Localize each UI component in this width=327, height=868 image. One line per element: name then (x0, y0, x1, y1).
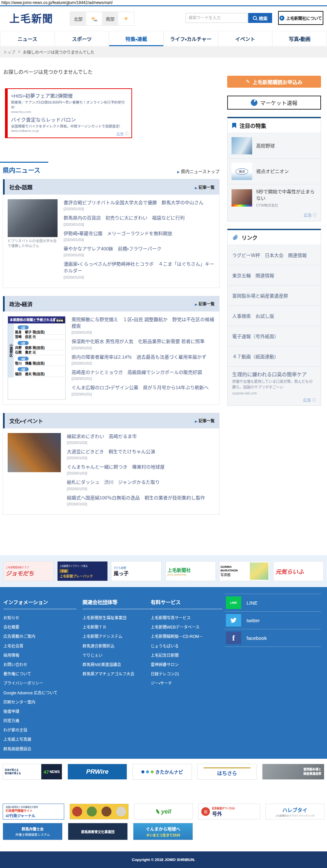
sidebar-link-rugby[interactable]: ラグビーＷ杯 日本大会 関連情報 (227, 245, 321, 265)
breadcrumb-home[interactable]: トップ (3, 49, 15, 55)
banner-hachisara[interactable]: はちさら (197, 764, 257, 780)
nav-item-sports[interactable]: スポーツ (55, 31, 109, 46)
footer-link[interactable]: 上毛社会賞 (3, 642, 77, 651)
sidebar-link-denshi[interactable]: 電子速報（号外紙面） (227, 326, 321, 346)
market-report-button[interactable]: マーケット速報 (227, 96, 321, 110)
banner-gunma-marathon[interactable]: GUNMA MARATHON写真館 (219, 561, 270, 581)
article-link[interactable]: ぐんまちゃんと一緒に餅つき 榛東村の地球屋[2020/01/03] (67, 464, 215, 475)
banner-kitakan-navi[interactable]: きたかんナビ (132, 764, 192, 780)
footer-link[interactable]: ジー・サーチ (151, 679, 222, 688)
subscribe-button[interactable]: ✎上毛新聞購読お申込み (227, 76, 321, 88)
nav-item-photos-videos[interactable]: 写真・動画 (272, 31, 327, 46)
article-link[interactable]: 華やかなアザレア400鉢 前橋・フラワーパーク[2020/01/03] (63, 245, 215, 257)
footer-link[interactable]: お問い合わせ (3, 660, 77, 670)
banner-kazakko[interactable]: 子ども新聞 風っ子 (111, 561, 162, 581)
sidebar-text-ad[interactable]: 生理的に嫌われる口臭の簡単ケア 俳優や女優も愛用している口臭対策。飲んだもの勝ち… (227, 367, 321, 405)
banner-playback[interactable]: 上毛新聞ライブラリーで見る 平成 上毛新聞プレーバック (57, 561, 108, 581)
footer-link[interactable]: 印刷センター案内 (3, 698, 77, 707)
footer-link[interactable]: 雷神囲碁サロン (151, 660, 222, 670)
footer-link[interactable]: 上毛記念日新聞 (151, 651, 222, 660)
kennai-top-link[interactable]: ▶県内ニューストップ (177, 168, 220, 174)
banner-gunma-eco-2019[interactable]: ぐんまから地球へ ＃いまエコ生きて2019 (133, 823, 193, 840)
sidebar-link-tomioka[interactable]: 富岡製糸場と絹産業遺産群 (227, 285, 321, 306)
footer-link[interactable]: 採用情報 (3, 651, 77, 660)
sidebar-link-olympics[interactable]: 東京五輪 関連情報 (227, 265, 321, 285)
featured-item-koukou-yakyuu[interactable]: 高校野球 (227, 133, 321, 159)
ad-info-icon[interactable]: ⓘ (312, 397, 316, 403)
footer-link[interactable]: 上毛紙上写真展 (3, 735, 77, 744)
ad-info-icon[interactable]: ⓘ (313, 212, 317, 218)
article-list-link[interactable]: ▶記事一覧 (195, 184, 215, 190)
footer-link[interactable]: 群馬県アマチュアゴルフ大会 (82, 670, 152, 679)
text-ad[interactable]: バイク査定ならレッドバロン 全国規模でバイクをダイレクト買取。中間マージンカット… (11, 116, 128, 132)
banner-jomodachi[interactable]: 上毛新聞愛読者クラブ ジョモだち (3, 561, 54, 581)
search-button[interactable]: 検索 (248, 13, 272, 23)
footer-link[interactable]: 上毛新聞写真サービス (151, 613, 222, 623)
banner-prwire[interactable]: PRWire (67, 764, 127, 780)
article-list-link[interactable]: ▶記事一覧 (195, 301, 215, 307)
article-link[interactable]: 保湿剤や化粧水 男性用が人気 化粧品業界に新需要 若者に照準[2020/01/0… (72, 338, 215, 350)
nav-item-events[interactable]: イベント (218, 31, 273, 46)
banner-tomioka-silk[interactable]: 富岡製糸場と 絹産業遺産群 (262, 764, 324, 780)
footer-link[interactable]: 上毛新聞WEBデータベース (151, 623, 222, 632)
banner-gunma-culture-foundation[interactable]: 群馬県教育文化事業団 (68, 823, 128, 840)
article-link[interactable]: 書評合戦ビブリオバトル全国大学大会で優勝 群馬大学の中山さん[2020/01/0… (63, 199, 215, 211)
nav-item-news[interactable]: ニュース (0, 31, 55, 46)
footer-link[interactable]: 著作権について (3, 670, 77, 679)
banner-47-gyosei-journal[interactable]: 全国の新聞社と共同通信社が提供 行政専門情報サイト 47行政ジャーナル (3, 804, 64, 819)
election-graphic[interactable]: 本県関係の現職と予想される顔ぶれ 敬称略 小選挙区 1区 尾身 朝子 現(自民)… (8, 316, 65, 400)
facebook-button[interactable]: f facebook (224, 629, 321, 647)
featured-item-shiten-opinion[interactable]: 視点 視点オピニオン (227, 159, 321, 184)
article-list-link[interactable]: ▶記事一覧 (195, 418, 215, 423)
footer-link[interactable]: 広告掲載のご案内 (3, 632, 77, 641)
nav-item-life-culture[interactable]: ライフ・カルチャー (164, 31, 218, 46)
banner-47news[interactable]: 日本が見える 地方紙が見える 47NEWS (3, 764, 62, 780)
footer-link[interactable]: 上毛新聞厚生福祉事業団 (82, 613, 152, 623)
footer-link[interactable]: Google Adsence 広告について (3, 688, 77, 698)
search-input[interactable] (186, 13, 247, 23)
text-ad[interactable]: <HIS>初夢フェア第2弾開催 関東発／ケアンズ5日間59,800円～早い者勝ち… (11, 92, 128, 114)
footer-link[interactable]: 日経テレコン21 (151, 670, 222, 679)
footer-link[interactable]: お知らせ (3, 613, 77, 623)
footer-link[interactable]: でりじぇい (82, 651, 152, 660)
footer-link[interactable]: じょうもばいる (151, 642, 222, 651)
banner-genki-life[interactable]: 元気らいふ (273, 561, 324, 581)
article-link[interactable]: 県内の障害者雇用率は2.14％ 過去最高も法基づく雇用率届かず[2020/01/… (72, 354, 215, 365)
featured-ad-item[interactable]: 5秒で開始で中毒性が止まらない CTW株式会社 (227, 184, 321, 212)
footer-link[interactable]: 群馬政経懇話会 (3, 744, 77, 754)
footer-link[interactable]: 上毛新聞アドシステム (82, 632, 152, 641)
about-company-button[interactable]: ▶上毛新聞社について (278, 11, 323, 25)
article-link[interactable]: 伊勢崎・華蔵寺公園 メリーゴーラウンドを無料開放[2020/01/03] (63, 230, 215, 242)
sidebar-link-jinji[interactable]: 人事検索 お試し版 (227, 306, 321, 326)
footer-link[interactable]: 群馬県NIE推進協議会 (82, 660, 152, 670)
article-link[interactable]: 大道芸にどきどき 桐生でたけちゃん公演[2020/01/03] (67, 448, 215, 460)
ad-title[interactable]: バイク査定ならレッドバロン (11, 116, 128, 123)
banner-yell[interactable]: yell (134, 804, 193, 819)
footer-link[interactable]: プライバシーポリシー (3, 679, 77, 688)
article-link[interactable]: 高崎産のナシとミョウガ 高級路線でシンガポールの販売好調[2020/01/01] (72, 369, 215, 380)
article-link[interactable]: 漫画家・くらっぺさんが伊勢崎神社とコラボ ４こま「はぐちさん」キーホルダー[20… (63, 261, 215, 279)
article-link[interactable]: 縁起求めにぎわい 高崎だるま市[2020/01/03] (67, 433, 215, 445)
footer-link[interactable]: 後援申請 (3, 707, 77, 716)
article-link[interactable]: 群馬県内の百貨店 初売りに大にぎわい 福袋などに行列[2020/01/03] (63, 215, 215, 226)
banner-gogai-print[interactable]: 祝 記念紙面がつくれる! 号外 (198, 804, 260, 819)
footer-link[interactable]: 会社概要 (3, 623, 77, 632)
sidebar-link-47douga[interactable]: ４７動画（紙面連動） (227, 346, 321, 367)
article-photo[interactable] (8, 433, 61, 472)
twitter-button[interactable]: twitter (224, 612, 321, 629)
site-logo[interactable]: 上毛新聞 (9, 10, 53, 25)
footer-link[interactable]: 群馬連合新聞折込 (82, 642, 152, 651)
banner-food-photos[interactable] (70, 804, 129, 819)
footer-link[interactable]: 上毛新聞縮刷版－CD-ROM－ (151, 632, 222, 641)
nav-item-features[interactable]: 特集・連載 (109, 31, 164, 46)
line-button[interactable]: LINE LINE (224, 594, 321, 612)
footer-link[interactable]: わが家の主役 (3, 725, 77, 735)
ad-info-icon[interactable]: ⓘ (125, 131, 129, 136)
banner-gunma-bar-association[interactable]: 群馬弁護士会 弁護士情報検索システム (3, 823, 62, 840)
banner-jomo-publishing[interactable]: 上毛新聞社 jomo publishing (165, 561, 216, 581)
footer-link[interactable]: 同窓万歳 (3, 716, 77, 725)
banner-harebutai[interactable]: ハレブタイ 上毛新聞社のクラウドファンディング (266, 804, 324, 819)
footer-link[interactable]: 上毛新聞ＴＲ (82, 623, 152, 632)
article-link[interactable]: ぐんま広報のロゴ・デザイン公募 県が５月号から14年ぶり刷新へ[2020/01/… (72, 384, 215, 396)
article-link[interactable]: 衆院解散に与野党備え １区・自民 調整難航か 野党は不在区の候補模索[2020/… (72, 316, 215, 335)
